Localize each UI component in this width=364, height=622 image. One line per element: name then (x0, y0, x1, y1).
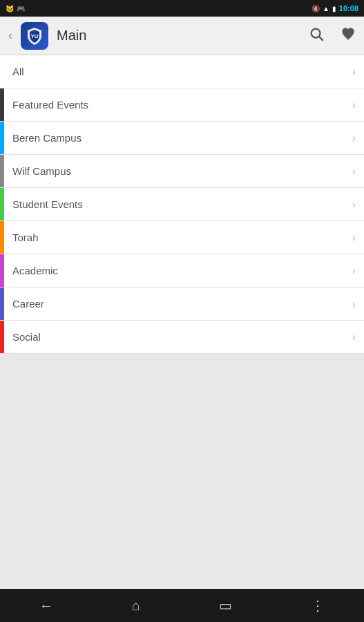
app-title: Main (57, 28, 300, 44)
menu-item-chevron-wilf-campus: › (352, 165, 364, 178)
status-bar: 🐱 🎮 🔇 ▲ ▮ 10:08 (0, 0, 364, 17)
menu-item-label-student-events: Student Events (4, 198, 352, 210)
android-icon-1: 🐱 (6, 5, 14, 12)
status-time: 10:08 (339, 4, 358, 12)
menu-item-chevron-social: › (352, 331, 364, 343)
menu-item-label-academic: Academic (4, 265, 352, 276)
menu-item-beren-campus[interactable]: Beren Campus› (0, 122, 364, 155)
menu-item-featured-events[interactable]: Featured Events› (0, 88, 364, 122)
menu-list: All›Featured Events›Beren Campus›Wilf Ca… (0, 55, 364, 354)
menu-item-label-career: Career (4, 298, 352, 310)
menu-item-wilf-campus[interactable]: Wilf Campus› (0, 155, 364, 188)
menu-item-all[interactable]: All› (0, 55, 364, 88)
menu-item-chevron-academic: › (352, 265, 364, 277)
nav-recent-button[interactable]: ▭ (208, 592, 243, 619)
menu-item-academic[interactable]: Academic› (0, 254, 364, 288)
app-bar-actions (306, 23, 358, 48)
nav-more-button[interactable]: ⋮ (300, 592, 336, 619)
logo-icon: YU (25, 26, 44, 46)
back-button[interactable]: ‹ (6, 26, 15, 46)
nav-back-button[interactable]: ← (28, 592, 64, 619)
menu-item-social[interactable]: Social› (0, 321, 364, 354)
nav-home-button[interactable]: ⌂ (121, 592, 151, 619)
bottom-nav: ← ⌂ ▭ ⋮ (0, 589, 364, 622)
menu-item-chevron-all: › (352, 66, 364, 78)
svg-text:YU: YU (30, 33, 38, 39)
status-bar-right: 🔇 ▲ ▮ 10:08 (312, 4, 358, 12)
menu-item-chevron-student-events: › (352, 198, 364, 211)
favorites-button[interactable] (338, 23, 358, 48)
battery-icon: ▮ (332, 5, 336, 12)
menu-item-chevron-career: › (352, 298, 364, 310)
app-logo: YU (21, 22, 48, 50)
menu-item-label-social: Social (4, 331, 352, 343)
menu-item-chevron-beren-campus: › (352, 132, 364, 144)
android-icon-2: 🎮 (17, 5, 25, 12)
wifi-icon: ▲ (323, 5, 329, 12)
menu-item-career[interactable]: Career› (0, 288, 364, 321)
menu-item-chevron-torah: › (352, 232, 364, 244)
menu-item-student-events[interactable]: Student Events› (0, 188, 364, 221)
empty-area (0, 354, 364, 589)
menu-item-torah[interactable]: Torah› (0, 221, 364, 254)
app-bar: ‹ YU Main (0, 17, 364, 55)
menu-item-label-featured-events: Featured Events (4, 99, 352, 111)
menu-item-label-beren-campus: Beren Campus (4, 132, 352, 144)
menu-item-chevron-featured-events: › (352, 99, 364, 111)
status-bar-left: 🐱 🎮 (6, 5, 25, 12)
menu-item-label-all: All (4, 66, 352, 77)
menu-item-label-wilf-campus: Wilf Campus (4, 165, 352, 177)
menu-item-label-torah: Torah (4, 232, 352, 243)
search-button[interactable] (306, 23, 327, 48)
svg-line-2 (319, 37, 323, 40)
mute-icon: 🔇 (312, 5, 320, 12)
